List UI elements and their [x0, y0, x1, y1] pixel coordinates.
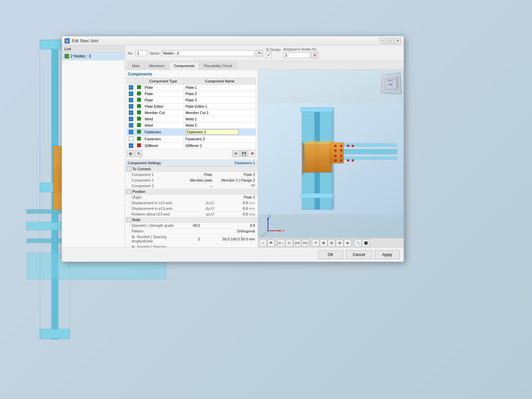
title-bar-controls: ─ □ ✕ — [380, 38, 401, 44]
ok-button[interactable]: OK — [318, 250, 343, 259]
table-row: ⊞ Number | Spacing transversely 2 35.0 8… — [125, 244, 258, 248]
assigned-input[interactable] — [283, 52, 310, 58]
table-row[interactable]: PlatePlate 2 — [127, 91, 256, 97]
component-checkbox[interactable] — [129, 91, 133, 96]
vp-btn-view[interactable]: 👁 — [267, 239, 275, 247]
cancel-button[interactable]: Cancel — [346, 250, 372, 259]
component-name-input[interactable] — [186, 129, 239, 135]
position-label: Position — [132, 190, 145, 194]
vp-btn-layers[interactable]: ⧉ — [336, 239, 343, 247]
component-checkbox[interactable] — [129, 104, 133, 109]
table-row: Pattern Orthogonal — [125, 228, 258, 234]
component-checkbox[interactable] — [129, 85, 133, 90]
table-row[interactable]: Plate EditorPlate Editor 1 — [127, 103, 256, 110]
color-indicator — [137, 130, 141, 134]
settings-header-label: Component Settings — [128, 161, 161, 165]
svg-marker-58 — [279, 230, 281, 232]
disp-y-val: 0.0 mm — [217, 206, 258, 211]
add-component-button[interactable]: ⊞ — [127, 150, 134, 157]
rot-label: Rotation about z13-axis — [125, 211, 185, 217]
component-checkbox[interactable] — [129, 143, 133, 148]
table-row[interactable]: PlatePlate 1 — [127, 84, 256, 91]
settings-header-value: Fasteners 1 — [235, 161, 255, 165]
bolts-expand[interactable]: − — [127, 218, 131, 222]
component-type: Plate — [143, 91, 184, 97]
component-type: Fasteners — [143, 129, 184, 136]
component-type: Weld — [143, 122, 184, 129]
component-name: Weld 2 — [184, 122, 256, 129]
table-row[interactable]: Fasteners — [127, 129, 256, 136]
component-name: Plate 2 — [184, 91, 256, 97]
table-row[interactable]: WeldWeld 1 — [127, 116, 256, 122]
component-checkbox[interactable] — [129, 98, 133, 102]
bolts-label: Bolts — [132, 218, 140, 222]
tab-components[interactable]: Components — [170, 62, 199, 69]
component-type: Stiffener — [143, 143, 184, 149]
apply-button[interactable]: Apply — [375, 250, 400, 259]
content-split: Components Component Type Component Name — [125, 70, 404, 247]
vp-sep-3 — [352, 240, 353, 246]
svg-point-44 — [334, 155, 336, 157]
vp-btn-rot[interactable]: ⟳Z — [302, 239, 309, 247]
position-expand[interactable]: − — [127, 190, 131, 194]
viewport[interactable]: TOP FRONT X — [258, 70, 404, 247]
vp-btn-z[interactable]: Z⟲ — [294, 239, 301, 247]
vp-btn-arrow[interactable]: ↗ — [312, 239, 319, 247]
component-checkbox[interactable] — [129, 123, 133, 128]
list-item[interactable]: 2 Nodes : 3 — [62, 53, 125, 60]
table-row[interactable]: WeldWeld 2 — [127, 122, 256, 129]
bolts-header[interactable]: − Bolts — [125, 217, 258, 223]
component-checkbox[interactable] — [129, 110, 133, 115]
vp-btn-plus[interactable]: ⊕ — [344, 239, 351, 247]
table-row[interactable]: Member CutMember Cut 1 — [127, 110, 256, 116]
refresh-button[interactable]: ⟳ — [232, 150, 239, 157]
component-type: Member Cut — [143, 110, 184, 116]
vp-btn-grid[interactable]: ⊞ — [320, 239, 327, 247]
viewport-panel: TOP FRONT X — [258, 70, 404, 247]
table-row[interactable]: StiffenerStiffener 1 — [127, 143, 256, 149]
to-connect-header[interactable]: − To Connect — [125, 166, 258, 172]
component-name[interactable] — [184, 129, 256, 136]
close-button[interactable]: ✕ — [394, 38, 401, 44]
component-type: Weld — [143, 116, 184, 122]
vp-btn-zoom[interactable]: 🔍 — [354, 239, 361, 247]
vp-btn-y[interactable]: Y↕ — [286, 239, 293, 247]
table-row[interactable]: PlatePlate 3 — [127, 97, 256, 103]
dialog-footer: OK Cancel Apply — [62, 247, 404, 262]
color-indicator — [137, 91, 141, 95]
position-header[interactable]: − Position — [125, 189, 258, 195]
vp-btn-export[interactable]: ⬛ — [362, 239, 369, 247]
vp-btn-x[interactable]: X↔ — [278, 239, 285, 247]
component-name: Plate 1 — [184, 84, 256, 91]
table-row[interactable]: FastenersFasteners 2 — [127, 136, 256, 143]
clear-button[interactable]: ✕ — [311, 52, 319, 59]
to-design-checkbox[interactable]: ✓ — [266, 52, 272, 58]
tab-plausibility[interactable]: Plausibility Check — [200, 62, 237, 69]
minimize-button[interactable]: ─ — [380, 38, 386, 44]
component-checkbox[interactable] — [129, 136, 133, 141]
bolts-table: Diameter | Strength grade M12 8.8 Patter… — [125, 223, 258, 247]
pattern-val: Orthogonal — [185, 228, 258, 234]
svg-point-40 — [334, 149, 336, 152]
to-connect-expand[interactable]: − — [127, 167, 131, 171]
edit-component-button[interactable]: ✎ — [135, 150, 142, 157]
disp-x-val: 0.0 mm — [217, 200, 258, 206]
color-indicator — [137, 110, 141, 114]
num-long-val: 2 — [185, 234, 203, 244]
vp-btn-home[interactable]: ⌂ — [259, 239, 267, 247]
tab-members[interactable]: Members — [145, 62, 169, 69]
vp-btn-minus[interactable]: ⊟ — [328, 239, 335, 247]
maximize-button[interactable]: □ — [387, 38, 394, 44]
svg-point-41 — [340, 149, 342, 152]
svg-point-48 — [347, 159, 349, 162]
component-checkbox[interactable] — [129, 130, 133, 134]
component-type: Plate — [143, 84, 184, 91]
name-edit-button[interactable]: ✎ — [256, 50, 263, 57]
delete-button[interactable]: ✕ — [249, 150, 256, 157]
name-input[interactable] — [161, 50, 254, 56]
component-checkbox[interactable] — [129, 117, 133, 121]
tab-main[interactable]: Main — [128, 62, 144, 69]
no-input[interactable] — [135, 50, 147, 56]
navigation-cube[interactable]: TOP FRONT — [380, 73, 400, 93]
save-button[interactable]: 💾 — [240, 150, 248, 157]
